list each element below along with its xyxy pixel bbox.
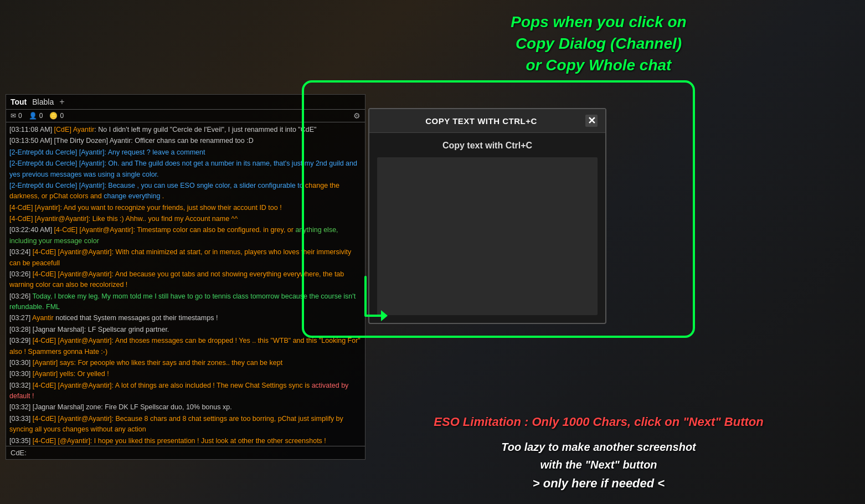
coin-group: 🪙 0 xyxy=(49,112,64,120)
chat-message: [03:26] Today, I broke my leg. My mom to… xyxy=(9,291,362,313)
lazy-line2: with the "Next" button xyxy=(354,456,843,474)
chat-message: [03:22:40 AM] [4-CdE] [Ayantir@Ayantir]:… xyxy=(9,225,362,246)
modal-textarea[interactable] xyxy=(377,157,598,315)
mail-count: 0 xyxy=(18,112,22,120)
chat-message: [03:32] [4-CdE] [Ayantir@Ayantir]: A lot… xyxy=(9,380,362,402)
chat-message: [03:30] [Ayantir] yells: Or yelled ! xyxy=(9,369,362,379)
chat-tabs: Tout Blabla + xyxy=(6,95,365,110)
mail-group: ✉ 0 xyxy=(11,112,22,120)
chat-message: [03:35] [4-CdE] [@Ayantir]: I hope you l… xyxy=(9,436,362,446)
eso-limitation-text: ESO Limitation : Only 1000 Chars, click … xyxy=(354,415,843,429)
modal-header: COPY TEXT WITH CTRL+C ✕ xyxy=(369,109,605,133)
lazy-text-block: Too lazy to make another screenshot with… xyxy=(354,438,843,493)
chat-message: [03:33] [4-CdE] [Ayantir@Ayantir]: Becau… xyxy=(9,414,362,435)
coin-icon: 🪙 xyxy=(49,112,58,120)
chat-status-bar: ✉ 0 👤 0 🪙 0 ⚙ xyxy=(6,110,365,122)
tab-tout[interactable]: Tout xyxy=(11,97,27,106)
chat-messages: [03:11:08 AM] [CdE] Ayantir: No I didn't… xyxy=(6,122,365,446)
lazy-line1: Too lazy to make another screenshot xyxy=(354,438,843,456)
chat-input-label: CdE: xyxy=(11,449,27,457)
annotation-line3: or Copy Whole chat xyxy=(354,54,843,76)
chat-message: [03:28] [Jagnar Marshal]: LF Spellscar g… xyxy=(9,325,362,335)
coin-count: 0 xyxy=(60,112,64,120)
chat-message: [03:30] [Ayantir] says: For peoople who … xyxy=(9,358,362,368)
annotation-line2: Copy Dialog (Channel) xyxy=(354,33,843,54)
lazy-line3: > only here if needed < xyxy=(354,474,843,493)
chat-message: [03:26] [4-CdE] [Ayantir@Ayantir]: And b… xyxy=(9,269,362,291)
chat-message: [03:24] [4-CdE] [Ayantir@Ayantir]: With … xyxy=(9,247,362,269)
modal-dialog: COPY TEXT WITH CTRL+C ✕ Copy text with C… xyxy=(368,108,606,324)
modal-close-button[interactable]: ✕ xyxy=(585,115,598,127)
gear-icon[interactable]: ⚙ xyxy=(353,111,361,120)
modal-title: COPY TEXT WITH CTRL+C xyxy=(377,116,585,126)
chat-input-bar: CdE: xyxy=(6,446,365,459)
person-group: 👤 0 xyxy=(29,112,43,120)
annotation-line1: Pops when you click on xyxy=(354,11,843,33)
chat-message: [2-Entrepôt du Cercle] [Ayantir]: Oh. an… xyxy=(9,158,362,180)
chat-message: [03:32] [Jagnar Marshal] zone: Fire DK L… xyxy=(9,402,362,413)
bottom-annotations: ESO Limitation : Only 1000 Chars, click … xyxy=(354,415,843,493)
chat-message: [4-CdE] [Ayantir@Ayantir]: Like this :) … xyxy=(9,214,362,224)
person-count: 0 xyxy=(39,112,43,120)
person-icon: 👤 xyxy=(29,112,37,120)
green-arrow xyxy=(321,271,393,338)
chat-message: [03:13:50 AM] [The Dirty Dozen] Ayantir:… xyxy=(9,136,362,146)
svg-marker-0 xyxy=(381,310,388,321)
chat-message: [03:29] [4-CdE] [Ayantir@Ayantir]: And t… xyxy=(9,336,362,357)
chat-message: [2-Entrepôt du Cercle] [Ayantir]: Becaus… xyxy=(9,181,362,202)
tab-blabla[interactable]: Blabla xyxy=(32,97,54,106)
chat-message: [03:27] Ayantir noticed that System mess… xyxy=(9,313,362,323)
modal-subtitle: Copy text with Ctrl+C xyxy=(369,133,605,155)
chat-message: [4-CdE] [Ayantir]: And you want to recog… xyxy=(9,203,362,213)
chat-message: [03:11:08 AM] [CdE] Ayantir: No I didn't… xyxy=(9,125,362,135)
chat-message: [2-Entrepôt du Cercle] [Ayantir]: Any re… xyxy=(9,147,362,158)
top-annotation: Pops when you click on Copy Dialog (Chan… xyxy=(354,11,843,76)
mail-icon: ✉ xyxy=(11,112,16,120)
add-tab-button[interactable]: + xyxy=(59,97,64,107)
chat-panel: Tout Blabla + ✉ 0 👤 0 🪙 0 ⚙ [03:11:08 AM… xyxy=(6,94,365,460)
